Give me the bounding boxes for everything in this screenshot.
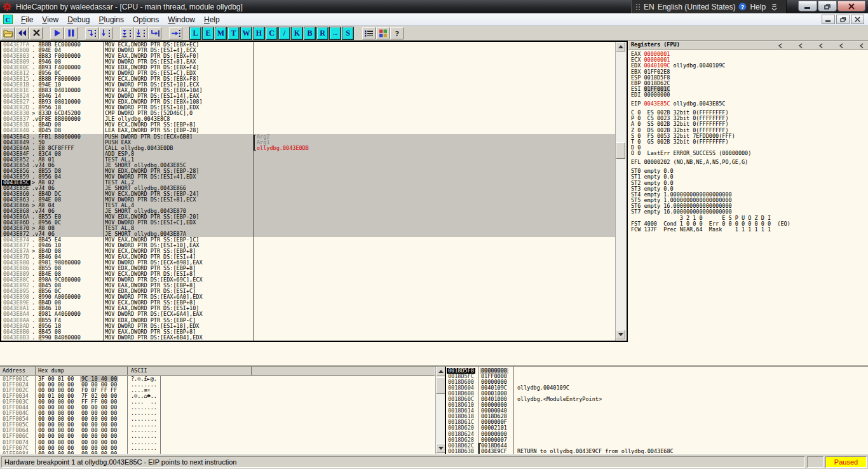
registers-pane[interactable]: Registers (FPU) EAX 00000001ECX 00000001… xyxy=(628,41,868,364)
pane-button-w[interactable]: W xyxy=(241,27,252,39)
history-chevron-icon[interactable] xyxy=(859,39,864,51)
stack-row[interactable]: 0018D62400000000 xyxy=(446,432,868,437)
disasm-row[interactable]: 0043E8B0. 8B45 08MOV EAX,DWORD PTR SS:[E… xyxy=(1,329,615,335)
disasm-row[interactable]: 0043E837.v0F8E 8B000000JLE ollydbg.0043E… xyxy=(1,116,615,122)
language-help-label[interactable]: Help xyxy=(750,3,766,11)
disasm-row[interactable]: 0043E815. 8B8B F8000000MOV ECX,DWORD PTR… xyxy=(1,76,615,82)
pause-button[interactable] xyxy=(64,27,78,39)
language-code[interactable]: EN xyxy=(644,3,654,11)
disasm-row[interactable]: 0043E89E. 8B4D 08MOV ECX,DWORD PTR SS:[E… xyxy=(1,300,615,306)
step-over-button[interactable] xyxy=(99,27,112,39)
column-divider[interactable] xyxy=(41,42,41,341)
disasm-row[interactable]: 0043E809. 8946 08MOV DWORD PTR DS:[ESI+8… xyxy=(1,59,615,65)
restart-button[interactable] xyxy=(15,27,29,39)
disasm-row[interactable]: 0043E84A. E8 8CF8FFFFCALL ollydbg.0043E0… xyxy=(1,146,615,151)
stack-row[interactable]: 0018D61C0000000F xyxy=(446,419,868,425)
child-minimize-button[interactable] xyxy=(822,15,835,24)
trace-into-button[interactable] xyxy=(120,27,133,39)
disasm-row[interactable]: 0043E87A> 8B4D 08MOV ECX,DWORD PTR SS:[E… xyxy=(1,248,615,254)
disasm-row[interactable]: 0043E843. FFB1 B8060000PUSH DWORD PTR DS… xyxy=(1,134,615,140)
step-into-button[interactable] xyxy=(85,27,98,39)
history-chevron-icon[interactable] xyxy=(798,39,803,51)
disasm-row[interactable]: 0043E8B3. 8990 B4060000MOV DWORD PTR DS:… xyxy=(1,335,615,341)
stack-row[interactable]: 0018D60000000000 xyxy=(446,379,868,385)
disasm-row[interactable]: 0043E860. 8B4D DCMOV ECX,DWORD PTR SS:[E… xyxy=(1,191,615,197)
scroll-thumb[interactable] xyxy=(436,377,445,394)
disasm-scrollbar[interactable] xyxy=(615,42,626,341)
disasm-row[interactable]: 0043E87D. 8B46 04MOV EAX,DWORD PTR DS:[E… xyxy=(1,254,615,260)
register-line[interactable]: O 0 LastErr ERROR_SUCCESS (00000000) xyxy=(631,151,868,156)
menu-item-help[interactable]: Help xyxy=(200,14,224,25)
disasm-row[interactable]: 0043E830> 833D 6CD45200CMP DWORD PTR DS:… xyxy=(1,111,615,116)
language-options-icon[interactable] xyxy=(771,3,777,11)
windows-list-button[interactable] xyxy=(362,27,376,39)
disasm-row[interactable]: 0043E83D. 8B4D 08MOV ECX,DWORD PTR SS:[E… xyxy=(1,122,615,128)
disasm-row[interactable]: 0043E840. 8D45 D8LEA EAX,DWORD PTR SS:[E… xyxy=(1,128,615,133)
pane-button-s[interactable]: S xyxy=(342,27,353,39)
stack-row[interactable]: 0018D62000002101 xyxy=(446,425,868,431)
stack-row[interactable]: 0018D61000000000 xyxy=(446,402,868,408)
column-divider[interactable] xyxy=(253,42,254,341)
scroll-down-button[interactable] xyxy=(616,330,625,339)
history-chevron-icon[interactable] xyxy=(778,39,783,51)
pane-button-c[interactable]: C xyxy=(266,27,277,39)
column-divider[interactable] xyxy=(103,42,104,341)
history-chevron-icon[interactable] xyxy=(818,39,824,51)
cpu-window-icon[interactable]: C xyxy=(3,15,13,24)
pane-button-e[interactable]: E xyxy=(203,27,214,39)
registers-header[interactable]: Registers (FPU) xyxy=(628,41,868,50)
disasm-row[interactable]: 0043E870> A8 08TEST AL,8 xyxy=(1,226,615,231)
stack-row[interactable]: 0018D6180018D628 xyxy=(446,414,868,419)
dump-scrollbar[interactable] xyxy=(435,367,445,454)
scroll-down-button[interactable] xyxy=(436,444,445,453)
language-name[interactable]: English (United States) xyxy=(658,3,736,11)
pane-button-m[interactable]: M xyxy=(215,27,226,39)
disasm-row[interactable]: 0043E880. 8981 98060000MOV DWORD PTR DS:… xyxy=(1,260,615,266)
window-close-button[interactable] xyxy=(837,1,865,11)
disasm-row[interactable]: 0043E82D. 8956 18MOV DWORD PTR DS:[ESI+1… xyxy=(1,105,615,111)
disasm-row[interactable]: 0043E852. A8 01TEST AL,1 xyxy=(1,157,615,163)
close-button[interactable] xyxy=(29,27,43,39)
appearance-button[interactable] xyxy=(376,27,390,39)
menu-item-debug[interactable]: Debug xyxy=(63,14,94,25)
disasm-row[interactable]: 0043E827. 8B93 08010000MOV EDX,DWORD PTR… xyxy=(1,99,615,105)
disasm-row[interactable]: 0043E854.v74 06JE SHORT ollydbg.0043E85C xyxy=(1,163,615,168)
menu-item-plugins[interactable]: Plugins xyxy=(95,14,128,25)
language-bar-grip-icon[interactable] xyxy=(635,3,641,11)
window-restore-button[interactable] xyxy=(818,1,837,11)
window-minimize-button[interactable] xyxy=(798,1,817,11)
stack-row[interactable]: 0018D5FC01FF0000 xyxy=(446,374,868,379)
disasm-row[interactable]: 0043E86A. 8B55 E0MOV EDX,DWORD PTR SS:[E… xyxy=(1,214,615,220)
stack-row[interactable]: 0018D6040040109Collydbg.0040109C xyxy=(446,385,868,391)
disasm-row[interactable]: 0043E898. 8990 A0060000MOV DWORD PTR DS:… xyxy=(1,294,615,300)
scroll-up-button[interactable] xyxy=(616,42,625,51)
help-button[interactable]: ? xyxy=(390,27,403,39)
disasm-row[interactable]: 0043E8A1. 8B46 10MOV EAX,DWORD PTR DS:[E… xyxy=(1,306,615,311)
disasm-row[interactable]: 0043E80C. 8B93 F4000000MOV EDX,DWORD PTR… xyxy=(1,65,615,71)
pane-button-dots[interactable]: ... xyxy=(330,27,341,39)
stack-row[interactable]: 0018D61400000040 xyxy=(446,408,868,414)
child-restore-button[interactable] xyxy=(836,15,850,24)
child-close-button[interactable] xyxy=(851,15,864,24)
disasm-row[interactable]: 0043E859. 8956 04MOV DWORD PTR DS:[ESI+4… xyxy=(1,174,615,180)
pane-button-h[interactable]: H xyxy=(254,27,264,39)
disasm-row[interactable]: 0043E8AA. 8B55 F4MOV EDX,DWORD PTR SS:[E… xyxy=(1,318,615,323)
run-button[interactable] xyxy=(50,27,64,39)
open-folder-button[interactable] xyxy=(1,27,15,39)
disasm-row[interactable]: 0043E868.v74 06JE SHORT ollydbg.0043E870 xyxy=(1,208,615,214)
menu-item-options[interactable]: Options xyxy=(128,14,163,25)
register-line[interactable]: FCW 137F Prec NEAR,64 Mask 1 1 1 1 1 1 xyxy=(631,227,868,233)
pane-button-r[interactable]: R xyxy=(317,27,328,39)
stack-row[interactable]: 0018D60C00401000ollydbg.<ModuleEntryPoin… xyxy=(446,397,868,402)
scroll-thumb[interactable] xyxy=(616,142,625,159)
menu-item-view[interactable]: View xyxy=(37,14,63,25)
menu-item-file[interactable]: File xyxy=(17,14,37,25)
disasm-row[interactable]: 0043E86D. 8956 0CMOV DWORD PTR DS:[ESI+C… xyxy=(1,220,615,226)
disasm-row[interactable]: 0043E866> A8 04TEST AL,4 xyxy=(1,203,615,208)
disasm-row[interactable]: 0043E872.v74 06JE SHORT ollydbg.0043E87A xyxy=(1,231,615,237)
disasm-row[interactable]: 0043E812. 8956 0CMOV DWORD PTR DS:[ESI+C… xyxy=(1,71,615,76)
disasm-row[interactable]: 0043E800. 894E 04MOV DWORD PTR DS:[ESI+4… xyxy=(1,48,615,53)
stack-pane[interactable]: 0018D5F8000000000018D5FC01FF00000018D600… xyxy=(446,367,868,454)
disasm-row[interactable]: 0043E824. 8946 14MOV DWORD PTR DS:[ESI+1… xyxy=(1,93,615,99)
go-to-button[interactable] xyxy=(169,27,182,39)
